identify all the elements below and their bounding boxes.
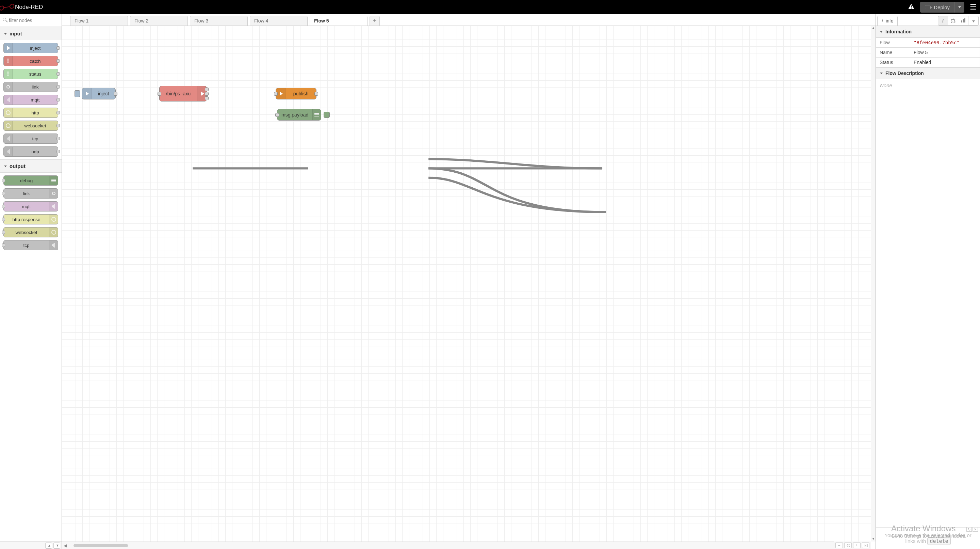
add-flow-tab-button[interactable]: +: [369, 16, 380, 26]
palette-node-mqtt-out[interactable]: mqtt: [3, 201, 58, 212]
node-output-port[interactable]: [114, 92, 118, 96]
notifications-warning-icon[interactable]: [908, 3, 915, 11]
flow-tab-active[interactable]: Flow 5: [310, 16, 368, 26]
node-port: [2, 244, 5, 247]
palette-node-status[interactable]: ! status: [3, 69, 58, 79]
info-table: Flow "8fe04e99.7bb5c" Name Flow 5 Status…: [876, 37, 980, 67]
palette-footer: ▲ ▼: [0, 541, 62, 549]
scroll-thumb[interactable]: [73, 544, 128, 547]
sidebar-section-description[interactable]: Flow Description: [876, 67, 980, 79]
flow-tab[interactable]: Flow 1: [70, 16, 128, 26]
palette-node-tcp-out[interactable]: tcp: [3, 240, 58, 250]
palette-category-output[interactable]: output: [0, 160, 62, 173]
sidebar-tab-info[interactable]: i info: [877, 16, 898, 26]
node-port: [56, 98, 60, 102]
palette-filter-input[interactable]: [3, 16, 59, 24]
node-port: [56, 124, 60, 128]
palette-node-udp-in[interactable]: udp: [3, 147, 58, 156]
canvas-footer-tools: − ◎ + ◰: [834, 541, 871, 549]
node-output-port[interactable]: [205, 96, 208, 100]
toggle-navigator-button[interactable]: ◰: [862, 542, 869, 548]
sidebar-debug-button[interactable]: [948, 16, 958, 26]
canvas-vertical-scrollbar[interactable]: ▲ ▼: [871, 26, 875, 541]
node-port: [56, 72, 60, 76]
app-title: Node-RED: [15, 4, 43, 11]
svg-rect-3: [961, 21, 962, 22]
sidebar-tip: ↻ ✕ You can remove the selected nodes or…: [876, 527, 980, 549]
flow-tab[interactable]: Flow 2: [130, 16, 188, 26]
flow-node-mqtt-publish[interactable]: publish: [275, 88, 317, 99]
tip-refresh-button[interactable]: ↻: [966, 527, 972, 531]
tip-close-button[interactable]: ✕: [972, 527, 978, 531]
zoom-in-button[interactable]: +: [853, 542, 861, 548]
palette-node-link-in[interactable]: link: [3, 82, 58, 92]
palette-node-websocket-out[interactable]: websocket: [3, 227, 58, 237]
canvas-horizontal-scrollbar[interactable]: ◀ ▶: [62, 541, 871, 549]
palette-node-inject[interactable]: inject: [3, 43, 58, 53]
node-port: [56, 59, 60, 63]
scroll-up-icon[interactable]: ▲: [871, 26, 875, 31]
palette-panel: input inject ! catch ! status: [0, 14, 62, 549]
flow-node-exec[interactable]: /bin/ps -axu: [159, 86, 207, 102]
alert-icon: !: [4, 69, 13, 79]
globe-icon: [49, 228, 58, 237]
table-row: Name Flow 5: [876, 48, 980, 57]
palette-node-http-response[interactable]: http response: [3, 214, 58, 225]
node-port: [2, 218, 5, 221]
inject-trigger-button[interactable]: [75, 90, 80, 97]
node-input-port[interactable]: [274, 92, 278, 96]
palette-collapse-up-button[interactable]: ▲: [45, 543, 52, 549]
scroll-left-icon[interactable]: ◀: [62, 543, 68, 548]
flow-node-debug[interactable]: msg.payload: [277, 109, 321, 121]
palette-collapse-down-button[interactable]: ▼: [53, 543, 60, 549]
debug-icon: [49, 176, 58, 185]
svg-point-2: [952, 19, 955, 22]
node-output-port[interactable]: [205, 88, 208, 91]
workspace: Flow 1 Flow 2 Flow 3 Flow 4 Flow 5 +: [62, 14, 876, 549]
info-icon: i: [882, 18, 883, 24]
wires-layer: [62, 26, 871, 541]
node-input-port[interactable]: [158, 92, 161, 96]
alert-icon: !: [4, 56, 13, 66]
deploy-menu-caret[interactable]: [955, 2, 964, 13]
palette-search: [0, 14, 62, 27]
debug-toggle-button[interactable]: [324, 112, 330, 118]
sidebar-info-button[interactable]: i: [938, 16, 948, 26]
keyboard-key: delete: [927, 538, 950, 545]
radio-icon: [4, 95, 13, 105]
palette-node-tcp-in[interactable]: tcp: [3, 134, 58, 144]
sidebar-section-information[interactable]: Information: [876, 26, 980, 37]
palette-node-http-in[interactable]: http: [3, 108, 58, 118]
palette-category-input[interactable]: input: [0, 27, 62, 40]
node-port: [56, 85, 60, 89]
sidebar-menu-caret[interactable]: [969, 16, 978, 26]
node-port: [2, 179, 5, 182]
deploy-button[interactable]: Deploy: [920, 2, 964, 13]
palette-node-mqtt-in[interactable]: mqtt: [3, 95, 58, 105]
node-port: [56, 46, 60, 50]
scroll-down-icon[interactable]: ▼: [871, 537, 875, 541]
main-menu-icon[interactable]: ☰: [970, 3, 977, 11]
palette-node-debug[interactable]: debug: [3, 176, 58, 186]
node-port: [2, 205, 5, 208]
palette-scroll[interactable]: input inject ! catch ! status: [0, 27, 62, 541]
debug-icon: [312, 109, 321, 120]
node-input-port[interactable]: [275, 113, 279, 117]
deploy-icon: [925, 5, 930, 9]
flow-tab[interactable]: Flow 4: [250, 16, 308, 26]
node-port: [2, 192, 5, 195]
palette-node-catch[interactable]: ! catch: [3, 56, 58, 66]
svg-rect-1: [911, 8, 912, 8]
sidebar-dashboard-button[interactable]: [958, 16, 969, 26]
inject-icon: [4, 43, 13, 53]
flow-canvas[interactable]: inject /bin/ps -axu publish: [62, 26, 871, 541]
flow-node-inject[interactable]: inject: [82, 88, 116, 99]
palette-node-websocket-in[interactable]: websocket: [3, 121, 58, 131]
flow-tab[interactable]: Flow 3: [190, 16, 248, 26]
zoom-reset-button[interactable]: ◎: [844, 542, 852, 548]
node-output-port[interactable]: [205, 92, 208, 96]
radio-icon: [4, 147, 13, 156]
zoom-out-button[interactable]: −: [835, 542, 843, 548]
palette-node-link-out[interactable]: link: [3, 188, 58, 199]
node-output-port[interactable]: [314, 92, 318, 96]
